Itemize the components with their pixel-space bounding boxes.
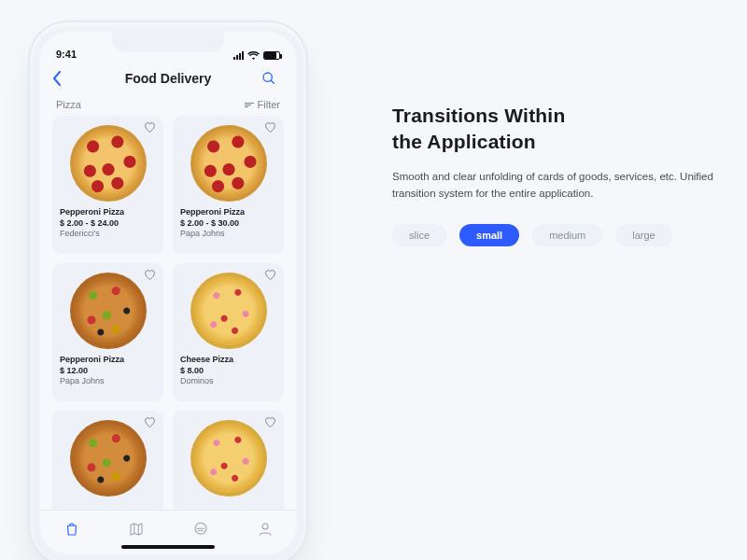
product-price: $ 2.00 - $ 30.00 [180,218,276,230]
product-vendor: Federicci's [60,229,156,240]
product-image [70,125,147,202]
product-card[interactable]: Pepperoni Pizza $ 12.00 Papa Johns [52,263,163,401]
product-vendor: Papa Johns [180,229,276,240]
page-title: Food Delivery [75,71,261,86]
product-price: $ 12.00 [60,366,156,377]
tab-profile[interactable] [247,521,284,538]
product-name: Pepperoni Pizza [60,355,156,366]
product-card[interactable]: Cheese Pizza $ 8.00 Dominos [173,263,284,401]
favorite-button[interactable] [144,416,156,427]
favorite-button[interactable] [264,416,276,427]
tab-map[interactable] [118,521,155,538]
battery-icon [263,51,280,60]
product-image [70,273,147,349]
search-button[interactable] [261,71,284,86]
size-option-slice[interactable]: slice [392,224,446,246]
filter-icon [245,103,254,107]
panel-heading: Transitions Within the Application [392,103,728,156]
product-vendor: Dominos [180,376,276,387]
filter-row: Pizza Filter [39,95,297,116]
product-card[interactable]: Pepperoni Pizza $ 2.00 - $ 24.00 Federic… [52,116,163,254]
product-card[interactable]: Pepperoni Pizza $ 2.00 - $ 30.00 Papa Jo… [173,116,284,254]
product-grid[interactable]: Pepperoni Pizza $ 2.00 - $ 24.00 Federic… [39,116,297,510]
phone-screen: 9:41 Food Delivery Pizza Fil [39,32,297,554]
svg-point-2 [262,524,268,529]
product-card[interactable] [173,411,284,510]
product-name: Cheese Pizza [180,355,276,366]
tab-chat[interactable] [182,521,219,538]
favorite-button[interactable] [144,121,156,133]
status-time: 9:41 [56,49,93,60]
phone-notch [112,32,224,52]
product-name: Pepperoni Pizza [60,207,156,218]
product-price: $ 8.00 [180,366,276,377]
wifi-icon [247,50,260,60]
product-vendor: Papa Johns [60,376,156,387]
product-name: Pepperoni Pizza [180,207,276,218]
product-image [190,273,267,349]
nav-header: Food Delivery [39,62,297,95]
favorite-button[interactable] [264,269,276,280]
status-icons [233,50,280,60]
filter-button[interactable]: Filter [245,99,280,110]
product-image [190,420,267,497]
phone-mockup: 9:41 Food Delivery Pizza Fil [30,22,306,560]
size-option-small[interactable]: small [459,224,519,246]
product-price: $ 2.00 - $ 24.00 [60,218,156,230]
category-label[interactable]: Pizza [56,99,81,110]
size-option-medium[interactable]: medium [532,224,602,246]
tab-shop[interactable] [53,521,91,538]
back-button[interactable] [52,71,75,86]
favorite-button[interactable] [264,121,276,133]
info-panel: Transitions Within the Application Smoot… [392,103,728,246]
filter-label: Filter [258,99,280,110]
size-option-large[interactable]: large [615,224,671,246]
product-image [190,125,267,202]
panel-body: Smooth and clear unfolding of cards of g… [392,169,728,203]
home-indicator[interactable] [121,545,215,549]
favorite-button[interactable] [144,269,156,280]
product-image [70,420,147,497]
signal-icon [233,51,244,60]
product-card[interactable] [52,411,163,510]
size-options: slicesmallmediumlarge [392,224,728,246]
